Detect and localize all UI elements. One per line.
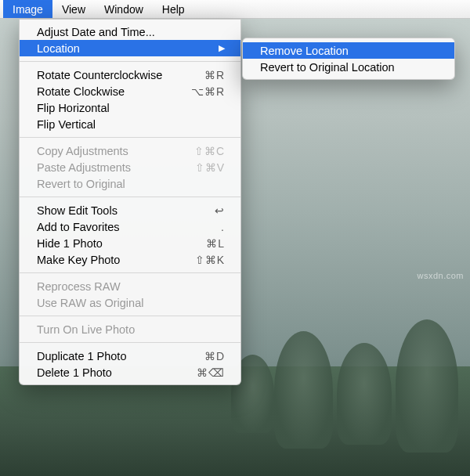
menu-location[interactable]: Location ▶ [20, 40, 240, 56]
menu-item-label: Location [37, 42, 212, 55]
menu-item-label: Paste Adjustments [37, 161, 186, 174]
menu-paste-adjustments: Paste Adjustments ⇧⌘V [20, 159, 240, 175]
menu-shortcut: ⇧⌘K [186, 254, 225, 266]
menu-item-label: Reprocess RAW [37, 280, 225, 293]
menu-delete-photo[interactable]: Delete 1 Photo ⌘⌫ [20, 364, 240, 380]
menu-separator [20, 316, 240, 316]
submenu-item-label: Remove Location [260, 45, 349, 57]
menu-shortcut: ⌘R [186, 69, 225, 81]
menu-item-label: Duplicate 1 Photo [37, 350, 186, 362]
menubar-window[interactable]: Window [95, 0, 153, 18]
menu-reprocess-raw: Reprocess RAW [20, 278, 240, 294]
menu-separator [20, 197, 240, 197]
menu-item-label: Use RAW as Original [37, 297, 225, 309]
watermark: wsxdn.com [417, 271, 464, 280]
menu-item-label: Copy Adjustments [37, 145, 186, 157]
menu-flip-horizontal[interactable]: Flip Horizontal [20, 99, 240, 116]
menu-separator [20, 272, 240, 273]
menu-item-label: Flip Vertical [37, 118, 225, 131]
menubar-help[interactable]: Help [153, 0, 194, 18]
tree-structure [396, 319, 458, 453]
menu-item-label: Adjust Date and Time... [37, 26, 225, 38]
menu-make-key-photo[interactable]: Make Key Photo ⇧⌘K [20, 251, 240, 268]
menu-shortcut: ⌘L [186, 237, 225, 250]
menu-rotate-cw[interactable]: Rotate Clockwise ⌥⌘R [20, 83, 240, 99]
menu-item-label: Rotate Clockwise [37, 85, 186, 98]
menu-show-edit-tools[interactable]: Show Edit Tools ↩ [20, 202, 240, 218]
menu-separator [20, 61, 240, 62]
location-submenu: Remove Location Revert to Original Locat… [242, 38, 455, 80]
menu-turn-on-live-photo: Turn On Live Photo [20, 321, 240, 337]
menubar: Image View Window Help [0, 0, 470, 19]
menu-add-to-favorites[interactable]: Add to Favorites . [20, 218, 240, 235]
menu-item-label: Rotate Counterclockwise [37, 69, 186, 81]
image-menu: Adjust Date and Time... Location ▶ Rotat… [19, 19, 241, 385]
submenu-item-label: Revert to Original Location [260, 61, 395, 74]
submenu-arrow-icon: ▶ [219, 43, 225, 53]
menu-shortcut: ⌘⌫ [186, 366, 225, 379]
menu-item-label: Revert to Original [37, 178, 225, 190]
submenu-remove-location[interactable]: Remove Location [243, 42, 454, 59]
menu-shortcut: ⇧⌘V [186, 161, 225, 174]
menu-item-label: Add to Favorites [37, 221, 186, 233]
menu-duplicate-photo[interactable]: Duplicate 1 Photo ⌘D [20, 348, 240, 364]
menubar-view[interactable]: View [52, 0, 95, 18]
menu-adjust-date-time[interactable]: Adjust Date and Time... [20, 23, 240, 40]
menu-flip-vertical[interactable]: Flip Vertical [20, 116, 240, 132]
menu-item-label: Hide 1 Photo [37, 237, 186, 250]
menu-use-raw-as-original: Use RAW as Original [20, 294, 240, 311]
menu-shortcut: ⌥⌘R [186, 85, 225, 98]
submenu-revert-original-location[interactable]: Revert to Original Location [243, 59, 454, 75]
menu-shortcut: ↩ [186, 204, 225, 217]
menu-separator [20, 342, 240, 343]
menu-item-label: Delete 1 Photo [37, 366, 186, 379]
menu-item-label: Make Key Photo [37, 254, 186, 266]
menu-shortcut: ⌘D [186, 350, 225, 362]
tree-structure [274, 331, 333, 449]
menu-item-label: Flip Horizontal [37, 102, 225, 114]
menu-rotate-ccw[interactable]: Rotate Counterclockwise ⌘R [20, 67, 240, 83]
menu-revert-to-original: Revert to Original [20, 175, 240, 192]
menu-copy-adjustments: Copy Adjustments ⇧⌘C [20, 142, 240, 159]
menu-shortcut: . [186, 221, 225, 233]
menu-item-label: Turn On Live Photo [37, 323, 225, 336]
tree-structure [337, 343, 392, 445]
menubar-image[interactable]: Image [3, 0, 52, 18]
menu-separator [20, 137, 240, 138]
menu-shortcut: ⇧⌘C [186, 145, 225, 157]
menu-item-label: Show Edit Tools [37, 204, 186, 217]
menu-hide-photo[interactable]: Hide 1 Photo ⌘L [20, 235, 240, 251]
